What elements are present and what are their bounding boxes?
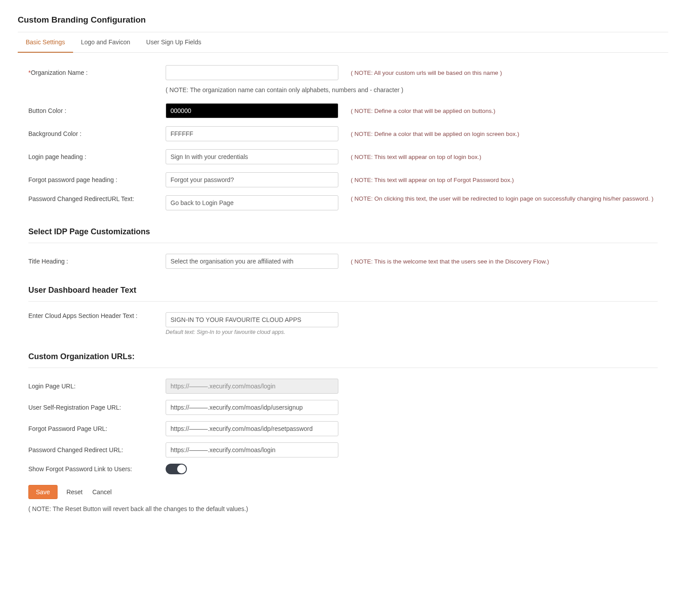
reset-button[interactable]: Reset [66,485,84,499]
note-title-heading: ( NOTE: This is the welcome text that th… [338,258,658,265]
input-login-heading[interactable] [166,149,338,164]
input-cloud-apps[interactable] [166,312,338,327]
input-login-url [166,379,338,394]
tab-signup-fields[interactable]: User Sign Up Fields [138,32,209,52]
note-login-heading: ( NOTE: This text will appear on top of … [338,154,658,160]
input-signup-url[interactable] [166,400,338,415]
label-button-color: Button Color : [28,107,166,114]
note-org-name: ( NOTE: All your custom urls will be bas… [338,70,658,76]
label-login-heading: Login page heading : [28,153,166,160]
label-forgot-heading: Forgot password page heading : [28,176,166,183]
input-title-heading[interactable] [166,254,338,269]
label-show-forgot: Show Forgot Password Link to Users: [28,465,166,473]
input-forgot-url[interactable] [166,421,338,436]
label-signup-url: User Self-Registration Page URL: [28,404,166,411]
input-button-color[interactable] [166,103,338,118]
footer-note: ( NOTE: The Reset Button will revert bac… [28,505,658,512]
label-pwd-changed-text: Password Changed RedirectURL Text: [28,195,166,202]
save-button[interactable]: Save [28,485,58,499]
tab-logo-favicon[interactable]: Logo and Favicon [73,32,138,52]
input-forgot-heading[interactable] [166,172,338,187]
label-cloud-apps: Enter Cloud Apps Section Header Text : [28,312,166,319]
label-login-url: Login Page URL: [28,383,166,390]
section-dashboard: User Dashboard header Text [28,277,658,302]
note-forgot-heading: ( NOTE: This text will appear on top of … [338,177,658,183]
note-button-color: ( NOTE: Define a color that will be appl… [338,108,658,114]
label-title-heading: Title Heading : [28,258,166,265]
note-org-name-charset: ( NOTE: The organization name can contai… [166,86,658,93]
label-bg-color: Background Color : [28,130,166,137]
section-urls: Custom Organization URLs: [28,343,658,368]
label-pwd-changed-url: Password Changed Redirect URL: [28,446,166,453]
actions: Save Reset Cancel [28,485,658,499]
label-org-name: *Organization Name : [28,69,166,76]
toggle-knob [177,465,186,473]
section-idp: Select IDP Page Customizations [28,218,658,243]
note-bg-color: ( NOTE: Define a color that will be appl… [338,131,658,137]
input-org-name[interactable] [166,65,338,80]
label-forgot-url: Forgot Password Page URL: [28,425,166,432]
help-cloud-apps: Default text: Sign-In to your favourite … [166,329,338,335]
cancel-button[interactable]: Cancel [92,485,113,499]
page-title: Custom Branding Configuration [18,9,668,32]
note-pwd-changed-text: ( NOTE: On clicking this text, the user … [338,195,658,202]
tab-basic-settings[interactable]: Basic Settings [18,32,73,53]
input-pwd-changed-text[interactable] [166,195,338,210]
toggle-show-forgot[interactable] [166,464,187,474]
input-bg-color[interactable] [166,126,338,141]
tabs: Basic Settings Logo and Favicon User Sig… [18,32,668,53]
input-pwd-changed-url[interactable] [166,442,338,457]
